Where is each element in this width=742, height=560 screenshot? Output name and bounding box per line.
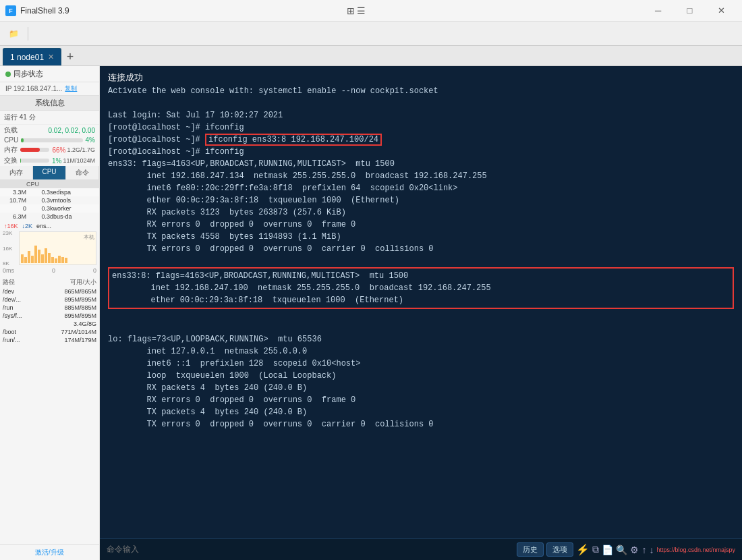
- net-ms-row: 0ms 0 0: [3, 267, 96, 275]
- ens33-8-block: ens33:8: flags=4163<UP,BROADCAST,RUNNING…: [108, 267, 734, 309]
- minimize-button[interactable]: ─: [643, 0, 673, 22]
- add-tab-button[interactable]: +: [61, 48, 79, 65]
- sidebar-tab-cmd[interactable]: 命令: [66, 166, 99, 179]
- cpu-row: CPU 4%: [0, 136, 99, 144]
- maximize-button[interactable]: □: [675, 0, 705, 22]
- history-button[interactable]: 历史: [517, 542, 544, 557]
- main-layout: 同步状态 IP 192.168.247.1... 复制 系统信息 运行 41 分…: [0, 66, 742, 560]
- mem-row: 内存 66% 1.2G/1.7G: [0, 144, 99, 155]
- proc-name-1: vmtools: [50, 197, 96, 204]
- net-down-label: ↓2K: [22, 223, 33, 229]
- terminal-line-14: ens33:8: flags=4163<UP,BROADCAST,RUNNING…: [112, 271, 408, 281]
- disk-row-dev: /dev 865M/865M: [3, 287, 96, 296]
- net-y-23k: 23K: [3, 230, 18, 236]
- net-y-8k: 8K: [3, 260, 18, 267]
- terminal-line-21: loop txqueuelen 1000 (Local Loopback): [108, 371, 336, 381]
- disk-size-root: 3.4G/8G: [74, 320, 96, 327]
- process-table: CPU 3.3M 0.3 sedispa 10.7M 0.3 vmtools 0…: [0, 180, 99, 221]
- mem-progress-bar: [20, 148, 40, 152]
- terminal-line-4: [root@localhost ~]# ifconfig: [108, 147, 244, 157]
- sync-indicator: [5, 72, 11, 77]
- disk-path-boot: /boot: [3, 329, 16, 335]
- search-icon[interactable]: 🔍: [616, 544, 627, 555]
- window-controls: ─ □ ✕: [643, 0, 737, 22]
- terminal-output: 连接成功 Activate the web console with: syst…: [100, 66, 742, 538]
- disk-row-sys: /sys/f... 895M/895M: [3, 312, 96, 320]
- proc-mem-2: 0: [3, 205, 26, 212]
- swap-row: 交换 1% 11M/1024M: [0, 155, 99, 166]
- net-y-16k: 16K: [3, 246, 18, 252]
- command-input[interactable]: [107, 545, 511, 555]
- disk-header: 路径 可用/大小: [3, 277, 96, 287]
- terminal-line-9: RX packets 3123 bytes 263873 (257.6 KiB): [108, 208, 346, 217]
- activate-button[interactable]: 激活/升级: [35, 548, 64, 557]
- proc-cpu-1: 0.3: [26, 197, 50, 204]
- proc-cpu-0: 0.3: [26, 189, 50, 196]
- menu-icon[interactable]: ☰: [357, 5, 366, 16]
- copy-icon[interactable]: ⧉: [592, 544, 599, 555]
- file-icon[interactable]: 📄: [602, 544, 613, 555]
- terminal-line-22: RX packets 4 bytes 240 (240.0 B): [108, 383, 307, 393]
- tab-label: 1 node01: [10, 53, 44, 62]
- titlebar: F FinalShell 3.9 ⊞ ☰ ─ □ ✕: [0, 0, 742, 22]
- proc-cpu-3: 0.3: [26, 213, 50, 220]
- sidebar-bottom: 激活/升级: [0, 544, 99, 560]
- app-icon: F: [5, 5, 16, 16]
- upload-icon[interactable]: ↑: [641, 544, 646, 555]
- proc-name-3: dbus-da: [50, 213, 96, 220]
- disk-path-run: /run: [3, 304, 13, 311]
- swap-size: 11M/1024M: [63, 157, 95, 164]
- copy-button[interactable]: 复制: [65, 84, 77, 93]
- network-section: ↑16K ↓2K ens... 23K 16K 8K: [0, 221, 99, 276]
- sidebar-tab-mem[interactable]: 内存: [0, 166, 33, 179]
- net-y-axis: 23K 16K 8K: [3, 230, 18, 267]
- disk-size-header: 可用/大小: [70, 278, 96, 287]
- terminal-line-15: inet 192.168.247.100 netmask 255.255.255…: [112, 283, 491, 293]
- sidebar: 同步状态 IP 192.168.247.1... 复制 系统信息 运行 41 分…: [0, 66, 100, 560]
- load-label: 负载: [4, 125, 18, 135]
- terminal-line-12: TX errors 0 dropped 0 overruns 0 carrier…: [108, 244, 433, 254]
- disk-size-dev2: 895M/895M: [64, 296, 96, 303]
- uptime-label: 运行 41 分: [4, 113, 36, 121]
- proc-cpu-2: 0.3: [26, 205, 50, 212]
- process-row: 0 0.3 kworker: [0, 204, 99, 213]
- proc-name-header: [43, 181, 96, 188]
- terminal-line-8: ether 00:0c:29:3a:8f:18 txqueuelen 1000 …: [108, 196, 399, 205]
- options-button[interactable]: 选项: [546, 542, 573, 557]
- ip-row: IP 192.168.247.1... 复制: [0, 82, 99, 96]
- sidebar-tab-cpu[interactable]: CPU: [33, 166, 66, 179]
- terminal-line-1: Last login: Sat Jul 17 10:02:27 2021: [108, 111, 283, 120]
- disk-path-dev: /dev: [3, 288, 14, 295]
- close-button[interactable]: ✕: [706, 0, 737, 22]
- download-icon[interactable]: ↓: [649, 544, 654, 555]
- swap-label: 交换: [4, 156, 18, 165]
- tab-node01[interactable]: 1 node01 ✕: [3, 48, 61, 65]
- toolbar: 📁: [0, 22, 742, 46]
- cpu-value: 4%: [86, 136, 95, 144]
- process-row: 10.7M 0.3 vmtools: [0, 196, 99, 204]
- toolbar-separator: [28, 27, 28, 40]
- disk-path-sys: /sys/f...: [3, 312, 22, 319]
- disk-path-header: 路径: [3, 278, 15, 287]
- proc-cpu-header: CPU: [26, 181, 43, 188]
- disk-path-dev2: /dev/...: [3, 296, 21, 303]
- sysinfo-label[interactable]: 系统信息: [0, 96, 99, 111]
- csdn-link[interactable]: https://blog.csdn.net/nmajspy: [656, 547, 735, 553]
- swap-pct: 1%: [52, 157, 61, 165]
- disk-row-root: 3.4G/8G: [3, 320, 96, 328]
- cpu-progress-bar: [21, 138, 24, 142]
- sync-status: 同步状态: [0, 66, 99, 82]
- settings-icon[interactable]: ⚙: [630, 544, 639, 555]
- net-ms-0: 0: [52, 267, 55, 274]
- proc-name-2: kworker: [50, 205, 96, 212]
- folder-button[interactable]: 📁: [4, 27, 24, 40]
- swap-progress-container: [20, 159, 49, 163]
- terminal-line-20: inet6 ::1 prefixlen 128 scopeid 0x10<hos…: [108, 359, 360, 368]
- disk-size-boot: 771M/1014M: [61, 329, 96, 335]
- sync-label: 同步状态: [13, 69, 43, 79]
- proc-mem-0: 3.3M: [3, 189, 26, 196]
- process-header: CPU: [0, 180, 99, 188]
- grid-icon[interactable]: ⊞: [347, 5, 355, 16]
- tab-close-button[interactable]: ✕: [48, 53, 54, 61]
- terminal-line-24: TX packets 4 bytes 240 (240.0 B): [108, 408, 307, 417]
